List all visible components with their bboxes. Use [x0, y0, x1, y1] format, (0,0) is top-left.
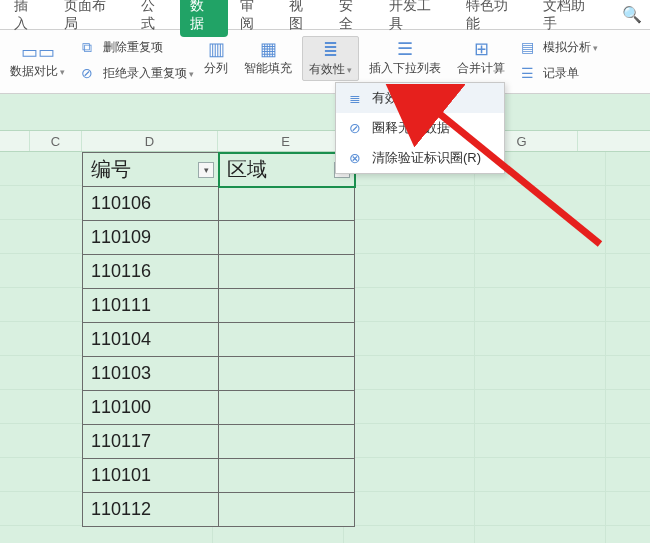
insert-dropdown-label: 插入下拉列表 — [369, 60, 441, 77]
consolidate-label: 合并计算 — [457, 60, 505, 77]
tab-view[interactable]: 视图 — [279, 0, 327, 37]
table-row: 110100 — [83, 391, 355, 425]
validity-item-label: 有效性(V) — [372, 89, 428, 107]
ribbon-tabs: 插入 页面布局 公式 数据 审阅 视图 安全 开发工具 特色功能 文档助手 🔍 — [0, 0, 650, 30]
cell-number[interactable]: 110112 — [83, 493, 219, 527]
cell-region[interactable] — [219, 357, 355, 391]
ribbon-toolbar: ▭▭ 数据对比▾ ⧉ 删除重复项 ⊘ 拒绝录入重复项▾ ▥ 分列 ▦ 智能填充 … — [0, 30, 650, 94]
validity-item-icon: ≣ — [346, 89, 364, 107]
cell-number[interactable]: 110103 — [83, 357, 219, 391]
cell-number[interactable]: 110117 — [83, 425, 219, 459]
reject-duplicates-button[interactable]: ⊘ 拒绝录入重复项▾ — [75, 62, 194, 84]
cell-region[interactable] — [219, 425, 355, 459]
cell-region[interactable] — [219, 255, 355, 289]
col-header-d[interactable]: D — [82, 131, 218, 151]
split-icon: ▥ — [204, 38, 228, 60]
table-row: 110101 — [83, 459, 355, 493]
tab-insert[interactable]: 插入 — [4, 0, 52, 37]
col-header-c[interactable]: C — [30, 131, 82, 151]
record-label: 记录单 — [543, 65, 579, 82]
text-to-columns-button[interactable]: ▥ 分列 — [198, 36, 234, 79]
consolidate-icon: ⊞ — [469, 38, 493, 60]
remove-dup-label: 删除重复项 — [103, 39, 163, 56]
table-row: 110106 — [83, 187, 355, 221]
header-region-label: 区域 — [227, 158, 267, 180]
validity-dropdown: ≣ 有效性(V) ⊘ 圈释无效数据 ⊗ 清除验证标识圈(R) — [335, 82, 505, 174]
consolidate-button[interactable]: ⊞ 合并计算 — [451, 36, 511, 79]
insert-dropdown-button[interactable]: ☰ 插入下拉列表 — [363, 36, 447, 79]
tab-review[interactable]: 审阅 — [230, 0, 278, 37]
chevron-down-icon: ▾ — [347, 65, 352, 75]
scenario-label: 模拟分析 — [543, 40, 591, 54]
cell-region[interactable] — [219, 221, 355, 255]
clear-circles-icon: ⊗ — [346, 149, 364, 167]
scenario-button[interactable]: ▤ 模拟分析▾ — [515, 36, 598, 58]
record-button[interactable]: ☰ 记录单 — [515, 62, 579, 84]
search-icon[interactable]: 🔍 — [614, 1, 650, 28]
cell-region[interactable] — [219, 289, 355, 323]
table-row: 110111 — [83, 289, 355, 323]
cell-number[interactable]: 110111 — [83, 289, 219, 323]
tab-features[interactable]: 特色功能 — [456, 0, 531, 37]
cell-region[interactable] — [219, 493, 355, 527]
compare-icon: ▭▭ — [26, 41, 50, 63]
dropdown-list-icon: ☰ — [393, 38, 417, 60]
data-compare-button[interactable]: ▭▭ 数据对比▾ — [4, 39, 71, 82]
chevron-down-icon: ▾ — [593, 43, 598, 53]
table-row: 110116 — [83, 255, 355, 289]
scenario-icon: ▤ — [515, 36, 539, 58]
cell-region[interactable] — [219, 323, 355, 357]
table-row: 110109 — [83, 221, 355, 255]
column-headers: C D E F G — [0, 130, 650, 152]
cell-number[interactable]: 110106 — [83, 187, 219, 221]
header-number-label: 编号 — [91, 158, 131, 180]
cell-number[interactable]: 110104 — [83, 323, 219, 357]
tab-security[interactable]: 安全 — [329, 0, 377, 37]
remove-duplicates-button[interactable]: ⧉ 删除重复项 — [75, 36, 194, 58]
table-row: 110104 — [83, 323, 355, 357]
tab-page-layout[interactable]: 页面布局 — [54, 0, 129, 37]
tab-formulas[interactable]: 公式 — [131, 0, 179, 37]
spreadsheet-area: C D E F G 编号 ▾ 区域 ▾ 11010611010911011611… — [0, 94, 650, 543]
validity-button[interactable]: ≣ 有效性▾ — [302, 36, 359, 81]
validity-label: 有效性 — [309, 62, 345, 76]
reject-dup-icon: ⊘ — [75, 62, 99, 84]
record-icon: ☰ — [515, 62, 539, 84]
smart-fill-button[interactable]: ▦ 智能填充 — [238, 36, 298, 79]
smart-fill-label: 智能填充 — [244, 60, 292, 77]
cell-number[interactable]: 110100 — [83, 391, 219, 425]
header-cell-number[interactable]: 编号 ▾ — [83, 153, 219, 187]
group-analysis: ▤ 模拟分析▾ ☰ 记录单 — [515, 36, 598, 84]
data-compare-label: 数据对比 — [10, 64, 58, 78]
clear-circles-item[interactable]: ⊗ 清除验证标识圈(R) — [336, 143, 504, 173]
tab-doc-helper[interactable]: 文档助手 — [533, 0, 608, 37]
filter-caret-d[interactable]: ▾ — [198, 162, 214, 178]
table-row: 110112 — [83, 493, 355, 527]
table-row: 110117 — [83, 425, 355, 459]
reject-dup-label: 拒绝录入重复项 — [103, 66, 187, 80]
remove-dup-icon: ⧉ — [75, 36, 99, 58]
cell-number[interactable]: 110116 — [83, 255, 219, 289]
cell-region[interactable] — [219, 459, 355, 493]
group-dup: ▭▭ 数据对比▾ ⧉ 删除重复项 ⊘ 拒绝录入重复项▾ — [4, 36, 194, 84]
split-label: 分列 — [204, 60, 228, 77]
circle-invalid-label: 圈释无效数据 — [372, 119, 450, 137]
circle-invalid-icon: ⊘ — [346, 119, 364, 137]
chevron-down-icon: ▾ — [189, 69, 194, 79]
tab-data[interactable]: 数据 — [180, 0, 228, 37]
col-header-e[interactable]: E — [218, 131, 354, 151]
cell-region[interactable] — [219, 187, 355, 221]
chevron-down-icon: ▾ — [60, 67, 65, 77]
clear-circles-label: 清除验证标识圈(R) — [372, 149, 481, 167]
col-header-blank[interactable] — [0, 131, 30, 151]
validity-icon: ≣ — [319, 39, 343, 61]
validity-item[interactable]: ≣ 有效性(V) — [336, 83, 504, 113]
cell-number[interactable]: 110109 — [83, 221, 219, 255]
tab-devtools[interactable]: 开发工具 — [379, 0, 454, 37]
table-row: 110103 — [83, 357, 355, 391]
cell-region[interactable] — [219, 391, 355, 425]
circle-invalid-item[interactable]: ⊘ 圈释无效数据 — [336, 113, 504, 143]
cell-number[interactable]: 110101 — [83, 459, 219, 493]
data-table: 编号 ▾ 区域 ▾ 110106110109110116110111110104… — [82, 152, 355, 527]
smart-fill-icon: ▦ — [256, 38, 280, 60]
